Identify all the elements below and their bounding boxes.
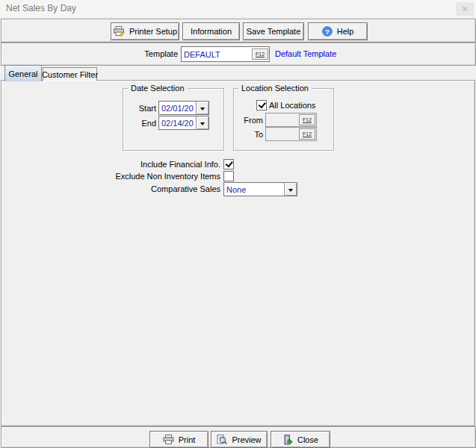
- default-template-link[interactable]: Default Template: [275, 49, 336, 58]
- end-date-value: 02/14/20: [159, 119, 196, 128]
- information-label: Information: [191, 27, 232, 36]
- location-from-f12-lookup-button[interactable]: F12: [299, 114, 315, 125]
- title-bar: Net Sales By Day ×: [0, 0, 476, 18]
- help-button[interactable]: ? Help: [308, 22, 368, 40]
- exclude-non-inventory-checkbox[interactable]: [223, 171, 234, 181]
- save-template-button[interactable]: Save Template: [243, 22, 304, 40]
- preview-icon: [217, 435, 227, 445]
- comparative-sales-combobox[interactable]: None: [223, 182, 297, 196]
- date-selection-title: Date Selection: [128, 84, 188, 93]
- close-icon: ×: [462, 4, 467, 14]
- information-button[interactable]: Information: [182, 22, 240, 40]
- preview-button[interactable]: Preview: [211, 431, 268, 448]
- close-window-button[interactable]: ×: [456, 2, 474, 16]
- tab-customer-filter[interactable]: Customer Filter: [43, 67, 97, 81]
- start-date-label: Start: [112, 104, 156, 113]
- exclude-non-inventory-label: Exclude Non Inventory Items: [108, 172, 220, 181]
- printer-setup-button[interactable]: Printer Setup: [111, 22, 179, 40]
- template-value: DEFAULT: [182, 50, 252, 59]
- close-label: Close: [297, 435, 318, 444]
- location-to-f12-lookup-button[interactable]: F12: [299, 128, 315, 140]
- location-from-input: F12: [265, 113, 317, 127]
- include-financial-checkbox[interactable]: [223, 159, 234, 169]
- start-date-dropdown-arrow-icon[interactable]: [196, 102, 208, 114]
- help-icon: ?: [322, 26, 333, 37]
- location-to-label: To: [218, 130, 263, 139]
- print-label: Print: [179, 435, 196, 444]
- preview-label: Preview: [232, 435, 261, 444]
- comparative-sales-label: Comparative Sales: [108, 184, 220, 193]
- start-date-combobox[interactable]: 02/01/20: [158, 101, 209, 115]
- tab-general-label: General: [8, 69, 37, 78]
- window-title: Net Sales By Day: [6, 3, 76, 13]
- print-button[interactable]: Print: [149, 431, 208, 448]
- net-sales-by-day-dialog: { "window": { "title": "Net Sales By Day…: [0, 0, 476, 448]
- location-from-label: From: [218, 116, 263, 125]
- end-date-label: End: [112, 119, 156, 128]
- all-locations-checkbox[interactable]: [256, 100, 267, 111]
- svg-text:?: ?: [325, 28, 330, 36]
- start-date-value: 02/01/20: [159, 104, 196, 113]
- save-template-label: Save Template: [247, 27, 301, 36]
- close-door-icon: [282, 435, 293, 445]
- end-date-combobox[interactable]: 02/14/20: [158, 116, 209, 130]
- help-label: Help: [337, 27, 354, 36]
- printer-setup-icon: [113, 26, 125, 37]
- close-button[interactable]: Close: [271, 431, 330, 448]
- comparative-sales-dropdown-arrow-icon[interactable]: [284, 183, 297, 196]
- tab-customer-filter-label: Customer Filter: [42, 70, 98, 79]
- location-selection-title: Location Selection: [238, 84, 312, 93]
- template-input[interactable]: DEFAULT F12: [181, 46, 270, 62]
- printer-setup-label: Printer Setup: [129, 27, 177, 36]
- template-f12-lookup-button[interactable]: F12: [252, 49, 268, 60]
- location-to-input: F12: [265, 127, 317, 141]
- print-icon: [163, 435, 174, 444]
- end-date-dropdown-arrow-icon[interactable]: [196, 116, 208, 129]
- comparative-sales-value: None: [224, 185, 284, 194]
- all-locations-label: All Locations: [269, 101, 315, 110]
- template-label: Template: [103, 49, 178, 58]
- include-financial-label: Include Financial Info.: [108, 160, 220, 169]
- tab-general[interactable]: General: [4, 65, 42, 81]
